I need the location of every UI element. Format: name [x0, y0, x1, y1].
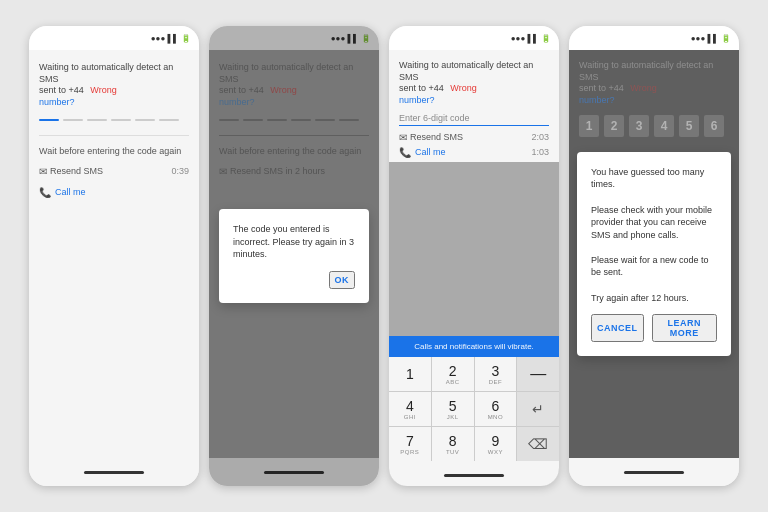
key-enter[interactable]: ↵: [517, 392, 559, 426]
dot-3: [87, 119, 107, 121]
call-label-1: Call me: [55, 187, 86, 197]
resend-row-3: ✉ Resend SMS 2:03: [399, 132, 549, 143]
nav-bar-1: [29, 458, 199, 486]
dot-6: [159, 119, 179, 121]
dialog-box-4: You have guessed too many times. Please …: [577, 152, 731, 357]
phone-icon-3: 📞: [399, 147, 411, 158]
numpad-grid-3: 1 2ABC 3DEF — 4GHI 5JKL 6MNO ↵ 7PQRS 8TU…: [389, 357, 559, 461]
call-row-1[interactable]: 📞 Call me: [39, 187, 189, 198]
key-dash[interactable]: —: [517, 357, 559, 391]
screen4-content: Waiting to automatically detect an SMS s…: [569, 50, 739, 458]
code-input-label-3: Enter 6-digit code: [399, 113, 549, 123]
resend-icon-3: ✉: [399, 132, 407, 143]
status-bar-3: ●●● ▌▌ 🔋: [389, 26, 559, 50]
dot-5: [135, 119, 155, 121]
key-3[interactable]: 3DEF: [475, 357, 517, 391]
key-1[interactable]: 1: [389, 357, 431, 391]
phone-screen-3: ●●● ▌▌ 🔋 Waiting to automatically detect…: [389, 26, 559, 486]
status-bar-4: ●●● ▌▌ 🔋: [569, 26, 739, 50]
dot-4: [111, 119, 131, 121]
key-4[interactable]: 4GHI: [389, 392, 431, 426]
key-backspace[interactable]: ⌫: [517, 427, 559, 461]
dialog-overlay-4: You have guessed too many times. Please …: [569, 50, 739, 458]
dot-2: [63, 119, 83, 121]
dialog-ok-btn-2[interactable]: OK: [329, 271, 356, 289]
header-text-1: Waiting to automatically detect an SMS s…: [39, 62, 189, 109]
screen1-content: Waiting to automatically detect an SMS s…: [29, 50, 199, 458]
dialog-overlay-2: The code you entered is incorrect. Pleas…: [209, 26, 379, 486]
nav-bar-3: [389, 464, 559, 486]
cancel-button[interactable]: CANCEL: [591, 314, 644, 342]
code-input-3[interactable]: Enter 6-digit code: [399, 113, 549, 126]
resend-icon-1: ✉: [39, 166, 47, 177]
dialog-actions-2: OK: [233, 271, 355, 289]
resend-sms-btn-1[interactable]: ✉ Resend SMS: [39, 166, 103, 177]
key-8[interactable]: 8TUV: [432, 427, 474, 461]
home-indicator-4: [624, 471, 684, 474]
dot-1: [39, 119, 59, 121]
header-text-3: Waiting to automatically detect an SMS s…: [399, 60, 549, 107]
dialog-text-4: You have guessed too many times. Please …: [591, 166, 717, 305]
phone-screen-2: ●●● ▌▌ 🔋 Waiting to automatically detect…: [209, 26, 379, 486]
status-bar-1: ●●● ▌▌ 🔋: [29, 26, 199, 50]
resend-sms-btn-3[interactable]: ✉ Resend SMS: [399, 132, 463, 143]
key-5[interactable]: 5JKL: [432, 392, 474, 426]
call-timer-3: 1:03: [531, 147, 549, 157]
numpad-area-3: Calls and notifications will vibrate. 1 …: [389, 162, 559, 486]
timer-3: 2:03: [531, 132, 549, 142]
dialog-actions-4: CANCEL LEARN MORE: [591, 314, 717, 342]
nav-bar-4: [569, 458, 739, 486]
screen3-top: Waiting to automatically detect an SMS s…: [389, 50, 559, 162]
home-indicator-1: [84, 471, 144, 474]
timer-1: 0:39: [171, 166, 189, 176]
code-underline-3: [399, 125, 549, 126]
code-dots-1: [39, 119, 189, 121]
wait-text-1: Wait before entering the code again: [39, 146, 189, 156]
key-7[interactable]: 7PQRS: [389, 427, 431, 461]
dialog-text-2: The code you entered is incorrect. Pleas…: [233, 223, 355, 261]
resend-row-1: ✉ Resend SMS 0:39: [39, 166, 189, 177]
key-6[interactable]: 6MNO: [475, 392, 517, 426]
call-row-3[interactable]: 📞 Call me 1:03: [399, 147, 549, 158]
learn-more-button[interactable]: LEARN MORE: [652, 314, 718, 342]
key-9[interactable]: 9WXY: [475, 427, 517, 461]
phone-screen-1: ●●● ▌▌ 🔋 Waiting to automatically detect…: [29, 26, 199, 486]
dialog-box-2: The code you entered is incorrect. Pleas…: [219, 209, 369, 303]
key-2[interactable]: 2ABC: [432, 357, 474, 391]
divider-1: [39, 135, 189, 136]
home-indicator-3: [444, 474, 504, 477]
call-label-3: Call me: [415, 147, 446, 157]
notification-bar-3: Calls and notifications will vibrate.: [389, 336, 559, 357]
phone-icon-1: 📞: [39, 187, 51, 198]
phone-screen-4: ●●● ▌▌ 🔋 Waiting to automatically detect…: [569, 26, 739, 486]
